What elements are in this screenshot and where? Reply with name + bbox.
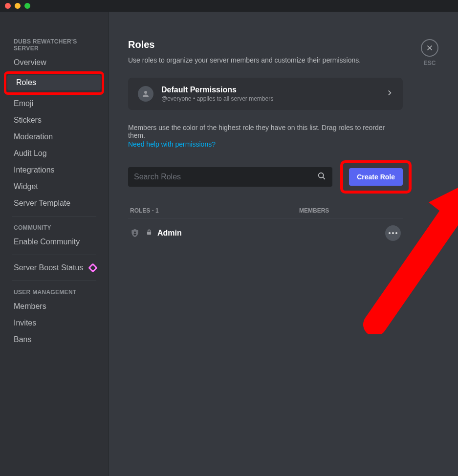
default-permissions-subtitle: @everyone • applies to all server member… xyxy=(161,95,386,102)
roles-description: Members use the color of the highest rol… xyxy=(128,124,403,139)
sidebar-item-members[interactable]: Members xyxy=(5,299,103,314)
svg-marker-4 xyxy=(429,175,458,237)
sidebar-item-invites[interactable]: Invites xyxy=(5,315,103,331)
sidebar-item-enable-community[interactable]: Enable Community xyxy=(5,234,103,250)
create-role-button[interactable]: Create Role xyxy=(349,168,403,186)
boost-gem-icon xyxy=(88,263,98,273)
role-more-button[interactable] xyxy=(385,225,401,241)
sidebar-item-overview[interactable]: Overview xyxy=(5,55,103,70)
everyone-avatar-icon xyxy=(138,86,153,102)
sidebar-divider xyxy=(12,281,96,281)
sidebar-header-community: Community xyxy=(5,221,103,234)
svg-point-1 xyxy=(319,173,324,178)
default-permissions-title: Default Permissions xyxy=(161,86,386,94)
sidebar-header-user-mgmt: User Management xyxy=(5,286,103,299)
chevron-right-icon xyxy=(386,89,393,98)
lock-icon xyxy=(146,228,153,238)
close-button[interactable] xyxy=(421,39,438,57)
annotation-highlight-create: Create Role xyxy=(340,160,412,194)
sidebar-item-integrations[interactable]: Integrations xyxy=(5,162,103,178)
sidebar-divider xyxy=(12,216,96,216)
sidebar-item-server-template[interactable]: Server Template xyxy=(5,195,103,211)
close-icon xyxy=(426,44,434,52)
page-title: Roles xyxy=(128,39,438,50)
sidebar-divider xyxy=(12,255,96,255)
sidebar-item-roles[interactable]: Roles xyxy=(7,75,101,90)
sidebar-item-moderation[interactable]: Moderation xyxy=(5,129,103,145)
table-row[interactable]: Admin xyxy=(128,218,403,248)
traffic-close-icon[interactable] xyxy=(5,3,11,9)
page-subtitle: Use roles to organize your server member… xyxy=(128,56,438,64)
permissions-help-link[interactable]: Need help with permissions? xyxy=(128,140,216,148)
default-permissions-card[interactable]: Default Permissions @everyone • applies … xyxy=(128,78,403,110)
window-titlebar xyxy=(0,0,458,12)
sidebar-item-boost[interactable]: Server Boost Status xyxy=(5,260,103,276)
sidebar-item-widget[interactable]: Widget xyxy=(5,179,103,195)
search-roles-box[interactable] xyxy=(128,167,332,187)
table-header-roles: Roles - 1 xyxy=(130,207,299,214)
sidebar-item-emoji[interactable]: Emoji xyxy=(5,96,103,111)
traffic-maximize-icon[interactable] xyxy=(24,3,30,9)
svg-rect-3 xyxy=(147,232,151,235)
settings-sidebar: Dubs Rewatcher's Server Overview Roles E… xyxy=(0,12,109,476)
main-panel: ESC Roles Use roles to organize your ser… xyxy=(109,12,458,476)
dots-icon xyxy=(389,232,391,234)
search-icon xyxy=(317,171,327,183)
sidebar-item-audit-log[interactable]: Audit Log xyxy=(5,146,103,161)
svg-point-2 xyxy=(134,231,136,233)
role-name: Admin xyxy=(157,229,182,238)
sidebar-header-server: Dubs Rewatcher's Server xyxy=(5,35,103,55)
svg-point-0 xyxy=(144,91,147,94)
sidebar-item-stickers[interactable]: Stickers xyxy=(5,112,103,128)
annotation-highlight-roles: Roles xyxy=(4,71,104,95)
sidebar-item-label: Server Boost Status xyxy=(14,263,83,272)
close-label: ESC xyxy=(424,60,436,66)
traffic-minimize-icon[interactable] xyxy=(15,3,21,9)
table-header-members: Members xyxy=(299,207,401,214)
shield-icon xyxy=(130,228,140,238)
search-roles-input[interactable] xyxy=(134,173,317,181)
sidebar-item-bans[interactable]: Bans xyxy=(5,332,103,347)
